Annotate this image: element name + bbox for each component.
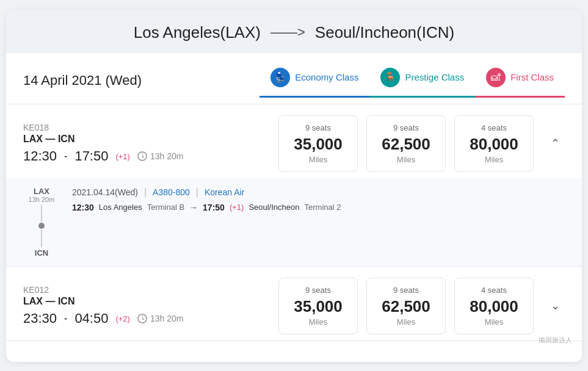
flight-2-prestige-miles: 62,500 xyxy=(378,297,434,316)
detail-top-1: 2021.04.14(Wed) | A380-800 | Korean Air xyxy=(72,187,565,198)
flight-2-main-row: KE012 LAX — ICN 23:30 - 04:50 (+2) 13h 2… xyxy=(6,267,582,340)
flight-2-first-card[interactable]: 4 seats 80,000 Miles xyxy=(454,278,534,334)
route-dot-top xyxy=(38,223,45,229)
first-label: First Class xyxy=(510,72,554,82)
flight-2-economy-card[interactable]: 9 seats 35,000 Miles xyxy=(278,278,358,334)
origin-code: LAX xyxy=(34,187,49,196)
flight-1-duration-text: 13h 20m xyxy=(150,151,183,161)
main-card: Los Angeles(LAX) ——> Seoul/Incheon(ICN) … xyxy=(6,10,582,362)
flight-1-first-miles: 80,000 xyxy=(466,135,522,154)
detail-arr-city: Seoul/Incheon xyxy=(249,203,299,212)
flight-2-info: KE012 LAX — ICN 23:30 - 04:50 (+2) 13h 2… xyxy=(23,285,266,326)
flight-2-plus: (+2) xyxy=(115,314,129,323)
flight-1-prestige-count: 9 seats xyxy=(378,123,434,132)
clock-icon-1 xyxy=(137,151,147,161)
route-header: Los Angeles(LAX) ——> Seoul/Incheon(ICN) xyxy=(6,10,582,53)
flight-1-prestige-label: Miles xyxy=(378,155,434,164)
flight-2-prestige-label: Miles xyxy=(378,317,434,326)
flight-1-main-row: KE018 LAX — ICN 12:30 - 17:50 (+1) 13h 2… xyxy=(6,104,582,178)
detail-date: 2021.04.14(Wed) xyxy=(72,187,138,197)
detail-dep-time: 12:30 xyxy=(72,203,94,212)
prestige-label: Prestige Class xyxy=(405,72,464,82)
detail-sep-2: | xyxy=(196,187,198,198)
route-display: Los Angeles(LAX) ——> Seoul/Incheon(ICN) xyxy=(6,23,582,42)
flight-1-seat-cards: 9 seats 35,000 Miles 9 seats 62,500 Mile… xyxy=(278,115,534,172)
flight-1-first-count: 4 seats xyxy=(466,123,522,132)
detail-dep-terminal: Terminal B xyxy=(147,203,184,212)
flight-1-collapse-button[interactable]: ⌃ xyxy=(546,134,565,153)
detail-arr-terminal: Terminal 2 xyxy=(305,203,341,212)
first-icon: 🛋 xyxy=(486,68,506,87)
flight-1-section: KE018 LAX — ICN 12:30 - 17:50 (+1) 13h 2… xyxy=(6,104,582,267)
flight-1-departure: 12:30 xyxy=(23,148,57,164)
origin-label: Los Angeles(LAX) xyxy=(134,23,261,42)
flight-2-prestige-card[interactable]: 9 seats 62,500 Miles xyxy=(366,278,446,334)
clock-icon-2 xyxy=(137,314,147,323)
flight-2-first-count: 4 seats xyxy=(466,286,522,295)
flight-2-economy-label: Miles xyxy=(290,317,346,326)
flight-2-number: KE012 xyxy=(23,285,266,295)
flight-1-time-row: 12:30 - 17:50 (+1) 13h 20m xyxy=(23,148,266,164)
flight-1-economy-card[interactable]: 9 seats 35,000 Miles xyxy=(278,115,358,172)
flight-2-separator: - xyxy=(64,313,67,324)
flight-2-expand-button[interactable]: ⌄ xyxy=(546,297,565,315)
flight-2-departure: 23:30 xyxy=(23,311,57,326)
flight-2-economy-miles: 35,000 xyxy=(290,297,346,316)
flight-1-first-card[interactable]: 4 seats 80,000 Miles xyxy=(454,115,534,172)
watermark: 拋因旅达人 xyxy=(539,336,572,345)
detail-duration: 13h 20m xyxy=(29,196,55,203)
flight-1-plus: (+1) xyxy=(115,152,129,161)
prestige-icon: 🪑 xyxy=(380,68,400,87)
detail-bottom-1: 12:30 Los Angeles Terminal B → 17:50 (+1… xyxy=(72,203,565,212)
flight-2-first-miles: 80,000 xyxy=(466,297,522,316)
flight-1-economy-count: 9 seats xyxy=(290,123,346,132)
flight-1-economy-label: Miles xyxy=(290,155,346,164)
flight-1-prestige-card[interactable]: 9 seats 62,500 Miles xyxy=(366,115,446,172)
detail-direction-arrow: → xyxy=(189,203,198,212)
detail-arr-time: 17:50 xyxy=(203,203,225,212)
flight-1-route: LAX — ICN xyxy=(23,134,266,145)
flight-2-economy-count: 9 seats xyxy=(290,286,346,295)
date-class-row: 14 April 2021 (Wed) 💺 Economy Class 🪑 Pr… xyxy=(6,53,582,104)
class-tabs: 💺 Economy Class 🪑 Prestige Class 🛋 First… xyxy=(260,64,565,98)
flight-2-route: LAX — ICN xyxy=(23,296,266,307)
detail-sep-1: | xyxy=(144,187,147,198)
tab-prestige[interactable]: 🪑 Prestige Class xyxy=(369,64,475,98)
flight-1-info: KE018 LAX — ICN 12:30 - 17:50 (+1) 13h 2… xyxy=(23,123,266,164)
detail-dep-city: Los Angeles xyxy=(99,203,142,212)
economy-icon: 💺 xyxy=(270,68,290,87)
flight-2-arrival: 04:50 xyxy=(74,311,108,326)
flight-2-duration-text: 13h 20m xyxy=(150,314,183,323)
flight-2-time-row: 23:30 - 04:50 (+2) 13h 20m xyxy=(23,311,266,326)
flight-2-prestige-count: 9 seats xyxy=(378,286,434,295)
flight-1-number: KE018 xyxy=(23,123,266,132)
date-label: 14 April 2021 (Wed) xyxy=(23,73,142,88)
flight-1-separator: - xyxy=(64,151,67,162)
flight-2-first-label: Miles xyxy=(466,317,522,326)
route-arrow: ——> xyxy=(270,24,305,40)
destination-code: ICN xyxy=(35,248,48,258)
route-line xyxy=(41,204,42,222)
detail-aircraft[interactable]: A380-800 xyxy=(153,187,190,197)
economy-label: Economy Class xyxy=(295,72,358,82)
route-visual-1: LAX 13h 20m ICN xyxy=(23,187,60,258)
flight-1-economy-miles: 35,000 xyxy=(290,135,346,154)
flight-1-duration: 13h 20m xyxy=(137,151,183,161)
flight-2-seat-cards: 9 seats 35,000 Miles 9 seats 62,500 Mile… xyxy=(278,278,534,334)
tab-first[interactable]: 🛋 First Class xyxy=(475,64,565,98)
flight-1-first-label: Miles xyxy=(466,155,522,164)
route-line-2 xyxy=(41,230,42,247)
flight-1-prestige-miles: 62,500 xyxy=(378,135,434,154)
flight-1-arrival: 17:50 xyxy=(74,148,108,164)
flight-1-detail: LAX 13h 20m ICN 2021.04.14(Wed) | A380-8… xyxy=(6,178,582,266)
detail-airline[interactable]: Korean Air xyxy=(205,187,244,197)
flight-detail-info-1: 2021.04.14(Wed) | A380-800 | Korean Air … xyxy=(72,187,565,212)
flight-2-section: KE012 LAX — ICN 23:30 - 04:50 (+2) 13h 2… xyxy=(6,267,582,341)
detail-arr-plus: (+1) xyxy=(230,203,244,212)
flight-2-duration: 13h 20m xyxy=(137,314,183,323)
destination-label: Seoul/Incheon(ICN) xyxy=(315,23,454,42)
tab-economy[interactable]: 💺 Economy Class xyxy=(260,64,369,98)
